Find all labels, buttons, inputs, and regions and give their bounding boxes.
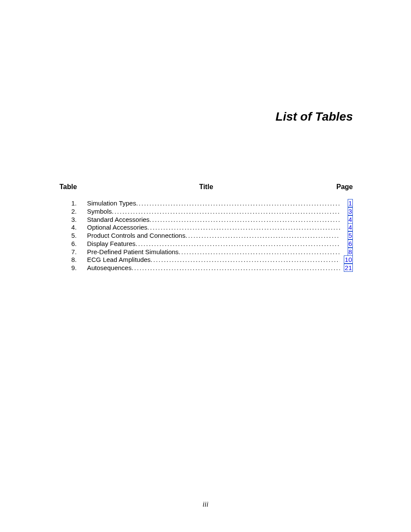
entry-title-dots: Standard Accessories	[87, 216, 340, 224]
page-link[interactable]: 4	[348, 215, 353, 224]
entry-number: 7.	[59, 248, 87, 256]
entry-page: 3	[340, 208, 353, 216]
entry-page: 4	[340, 216, 353, 224]
entry-page: 5	[340, 232, 353, 240]
toc-entry: 7.Pre-Defined Patient Simulations8	[59, 248, 353, 256]
entry-title: Simulation Types	[87, 199, 136, 208]
entry-number: 1.	[59, 199, 87, 208]
entry-title: Optional Accessories	[87, 224, 147, 232]
toc-entry: 6.Display Features6	[59, 240, 353, 248]
toc-entries: 1.Simulation Types12.Symbols33.Standard …	[59, 199, 353, 272]
entry-title-dots: Symbols	[87, 208, 340, 216]
entry-title-dots: Simulation Types	[87, 199, 340, 208]
entry-page: 8	[340, 248, 353, 256]
col-header-page: Page	[327, 183, 353, 191]
dot-leader	[131, 264, 340, 272]
toc-entry: 4.Optional Accessories4	[59, 224, 353, 232]
entry-title-dots: Display Features	[87, 240, 340, 248]
dot-leader	[179, 248, 340, 256]
dot-leader	[147, 224, 340, 232]
col-header-title: Title	[85, 183, 327, 191]
entry-page: 21	[340, 264, 353, 272]
entry-number: 6.	[59, 240, 87, 248]
entry-number: 3.	[59, 216, 87, 224]
entry-number: 8.	[59, 256, 87, 264]
page-title: List of Tables	[0, 110, 353, 124]
col-header-table: Table	[59, 183, 85, 191]
dot-leader	[149, 216, 340, 224]
toc-entry: 1.Simulation Types1	[59, 199, 353, 208]
entry-title-dots: Autosequences	[87, 264, 340, 272]
entry-title: Display Features	[87, 240, 136, 248]
toc-entry: 3.Standard Accessories4	[59, 216, 353, 224]
page-link[interactable]: 21	[344, 264, 353, 272]
entry-title: Autosequences	[87, 264, 131, 272]
entry-title: Symbols	[87, 208, 112, 216]
page-link[interactable]: 8	[348, 248, 353, 256]
entry-title: Pre-Defined Patient Simulations	[87, 248, 179, 256]
entry-number: 2.	[59, 208, 87, 216]
toc-entry: 2.Symbols3	[59, 208, 353, 216]
page-link[interactable]: 5	[348, 231, 353, 240]
dot-leader	[136, 240, 340, 248]
dot-leader	[136, 199, 340, 208]
entry-page: 1	[340, 199, 353, 208]
entry-number: 5.	[59, 232, 87, 240]
dot-leader	[151, 256, 340, 264]
list-of-tables: Table Title Page 1.Simulation Types12.Sy…	[59, 183, 353, 272]
entry-page: 10	[340, 256, 353, 264]
toc-entry: 8.ECG Lead Amplitudes10	[59, 256, 353, 264]
entry-number: 4.	[59, 224, 87, 232]
page-link[interactable]: 4	[348, 223, 353, 231]
page-number-footer: iii	[0, 501, 411, 508]
entry-title: ECG Lead Amplitudes	[87, 256, 151, 264]
toc-entry: 9.Autosequences21	[59, 264, 353, 272]
entry-title: Standard Accessories	[87, 216, 149, 224]
page-link[interactable]: 10	[344, 255, 353, 264]
dot-leader	[112, 208, 340, 216]
page-link[interactable]: 3	[348, 207, 353, 215]
toc-entry: 5.Product Controls and Connections5	[59, 232, 353, 240]
entry-title-dots: Pre-Defined Patient Simulations	[87, 248, 340, 256]
entry-title: Product Controls and Connections	[87, 232, 185, 240]
entry-title-dots: Optional Accessories	[87, 224, 340, 232]
entry-title-dots: ECG Lead Amplitudes	[87, 256, 340, 264]
entry-number: 9.	[59, 264, 87, 272]
page: List of Tables Table Title Page 1.Simula…	[0, 0, 411, 532]
entry-page: 6	[340, 240, 353, 248]
page-link[interactable]: 1	[348, 199, 353, 207]
column-headers: Table Title Page	[59, 183, 353, 191]
entry-title-dots: Product Controls and Connections	[87, 232, 340, 240]
entry-page: 4	[340, 224, 353, 232]
dot-leader	[185, 232, 340, 240]
page-link[interactable]: 6	[348, 240, 353, 248]
